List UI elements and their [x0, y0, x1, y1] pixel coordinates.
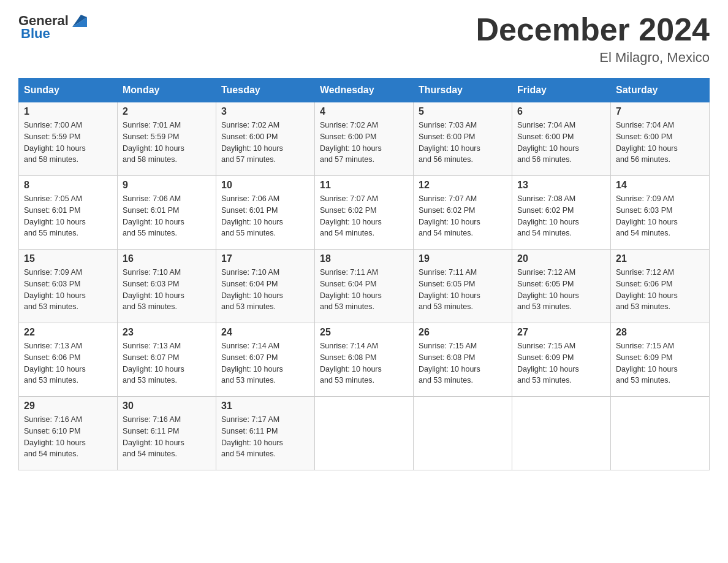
- calendar-week-row: 29 Sunrise: 7:16 AM Sunset: 6:10 PM Dayl…: [19, 397, 710, 470]
- day-number: 28: [616, 327, 704, 338]
- day-info: Sunrise: 7:00 AM Sunset: 5:59 PM Dayligh…: [24, 120, 112, 166]
- day-number: 17: [221, 253, 309, 264]
- day-number: 26: [419, 327, 507, 338]
- page-header: General Blue December 2024 El Milagro, M…: [18, 12, 710, 66]
- day-number: 15: [24, 253, 112, 264]
- day-number: 31: [221, 400, 309, 412]
- header-tuesday: Tuesday: [216, 79, 315, 102]
- calendar-cell: [611, 397, 710, 470]
- day-info: Sunrise: 7:11 AM Sunset: 6:04 PM Dayligh…: [320, 267, 408, 313]
- calendar-cell: 6 Sunrise: 7:04 AM Sunset: 6:00 PM Dayli…: [512, 102, 611, 176]
- calendar-cell: 22 Sunrise: 7:13 AM Sunset: 6:06 PM Dayl…: [19, 323, 118, 397]
- calendar-cell: 27 Sunrise: 7:15 AM Sunset: 6:09 PM Dayl…: [512, 323, 611, 397]
- day-number: 5: [419, 106, 507, 117]
- calendar-cell: 5 Sunrise: 7:03 AM Sunset: 6:00 PM Dayli…: [414, 102, 512, 176]
- day-number: 19: [419, 253, 507, 264]
- calendar-week-row: 1 Sunrise: 7:00 AM Sunset: 5:59 PM Dayli…: [19, 102, 710, 176]
- day-number: 30: [123, 400, 211, 412]
- day-number: 9: [123, 180, 211, 191]
- calendar-cell: 7 Sunrise: 7:04 AM Sunset: 6:00 PM Dayli…: [611, 102, 710, 176]
- day-info: Sunrise: 7:05 AM Sunset: 6:01 PM Dayligh…: [24, 193, 112, 239]
- calendar-cell: 16 Sunrise: 7:10 AM Sunset: 6:03 PM Dayl…: [118, 250, 216, 323]
- day-info: Sunrise: 7:15 AM Sunset: 6:08 PM Dayligh…: [419, 340, 507, 386]
- day-number: 13: [517, 180, 605, 191]
- day-info: Sunrise: 7:10 AM Sunset: 6:04 PM Dayligh…: [221, 267, 309, 313]
- day-info: Sunrise: 7:07 AM Sunset: 6:02 PM Dayligh…: [320, 193, 408, 239]
- calendar-cell: [512, 397, 611, 470]
- logo: General Blue: [18, 12, 87, 42]
- day-number: 21: [616, 253, 704, 264]
- calendar-week-row: 22 Sunrise: 7:13 AM Sunset: 6:06 PM Dayl…: [19, 323, 710, 397]
- calendar-subtitle: El Milagro, Mexico: [476, 50, 710, 66]
- calendar-cell: 13 Sunrise: 7:08 AM Sunset: 6:02 PM Dayl…: [512, 176, 611, 250]
- header-sunday: Sunday: [19, 79, 118, 102]
- day-info: Sunrise: 7:16 AM Sunset: 6:11 PM Dayligh…: [123, 414, 211, 460]
- header-saturday: Saturday: [611, 79, 710, 102]
- day-info: Sunrise: 7:09 AM Sunset: 6:03 PM Dayligh…: [616, 193, 704, 239]
- calendar-cell: 26 Sunrise: 7:15 AM Sunset: 6:08 PM Dayl…: [414, 323, 512, 397]
- calendar-cell: 20 Sunrise: 7:12 AM Sunset: 6:05 PM Dayl…: [512, 250, 611, 323]
- day-number: 23: [123, 327, 211, 338]
- day-info: Sunrise: 7:02 AM Sunset: 6:00 PM Dayligh…: [221, 120, 309, 166]
- calendar-week-row: 8 Sunrise: 7:05 AM Sunset: 6:01 PM Dayli…: [19, 176, 710, 250]
- day-info: Sunrise: 7:13 AM Sunset: 6:06 PM Dayligh…: [24, 340, 112, 386]
- calendar-cell: 12 Sunrise: 7:07 AM Sunset: 6:02 PM Dayl…: [414, 176, 512, 250]
- day-number: 16: [123, 253, 211, 264]
- day-number: 14: [616, 180, 704, 191]
- calendar-cell: 8 Sunrise: 7:05 AM Sunset: 6:01 PM Dayli…: [19, 176, 118, 250]
- calendar-cell: 11 Sunrise: 7:07 AM Sunset: 6:02 PM Dayl…: [315, 176, 414, 250]
- calendar-header-row: SundayMondayTuesdayWednesdayThursdayFrid…: [19, 79, 710, 102]
- day-number: 29: [24, 400, 112, 412]
- calendar-cell: 10 Sunrise: 7:06 AM Sunset: 6:01 PM Dayl…: [216, 176, 315, 250]
- calendar-cell: 21 Sunrise: 7:12 AM Sunset: 6:06 PM Dayl…: [611, 250, 710, 323]
- calendar-cell: 17 Sunrise: 7:10 AM Sunset: 6:04 PM Dayl…: [216, 250, 315, 323]
- day-number: 6: [517, 106, 605, 117]
- day-number: 22: [24, 327, 112, 338]
- day-info: Sunrise: 7:01 AM Sunset: 5:59 PM Dayligh…: [123, 120, 211, 166]
- day-info: Sunrise: 7:14 AM Sunset: 6:08 PM Dayligh…: [320, 340, 408, 386]
- day-number: 12: [419, 180, 507, 191]
- day-number: 11: [320, 180, 408, 191]
- day-info: Sunrise: 7:11 AM Sunset: 6:05 PM Dayligh…: [419, 267, 507, 313]
- day-info: Sunrise: 7:15 AM Sunset: 6:09 PM Dayligh…: [517, 340, 605, 386]
- day-info: Sunrise: 7:07 AM Sunset: 6:02 PM Dayligh…: [419, 193, 507, 239]
- day-info: Sunrise: 7:16 AM Sunset: 6:10 PM Dayligh…: [24, 414, 112, 460]
- calendar-cell: 3 Sunrise: 7:02 AM Sunset: 6:00 PM Dayli…: [216, 102, 315, 176]
- header-friday: Friday: [512, 79, 611, 102]
- day-info: Sunrise: 7:14 AM Sunset: 6:07 PM Dayligh…: [221, 340, 309, 386]
- calendar-cell: 4 Sunrise: 7:02 AM Sunset: 6:00 PM Dayli…: [315, 102, 414, 176]
- day-info: Sunrise: 7:13 AM Sunset: 6:07 PM Dayligh…: [123, 340, 211, 386]
- calendar-cell: 18 Sunrise: 7:11 AM Sunset: 6:04 PM Dayl…: [315, 250, 414, 323]
- calendar-cell: 1 Sunrise: 7:00 AM Sunset: 5:59 PM Dayli…: [19, 102, 118, 176]
- day-info: Sunrise: 7:12 AM Sunset: 6:06 PM Dayligh…: [616, 267, 704, 313]
- calendar-title: December 2024: [476, 12, 710, 47]
- calendar-cell: 15 Sunrise: 7:09 AM Sunset: 6:03 PM Dayl…: [19, 250, 118, 323]
- day-number: 8: [24, 180, 112, 191]
- day-info: Sunrise: 7:04 AM Sunset: 6:00 PM Dayligh…: [616, 120, 704, 166]
- title-section: December 2024 El Milagro, Mexico: [476, 12, 710, 66]
- header-monday: Monday: [118, 79, 216, 102]
- day-info: Sunrise: 7:12 AM Sunset: 6:05 PM Dayligh…: [517, 267, 605, 313]
- day-info: Sunrise: 7:06 AM Sunset: 6:01 PM Dayligh…: [221, 193, 309, 239]
- calendar-week-row: 15 Sunrise: 7:09 AM Sunset: 6:03 PM Dayl…: [19, 250, 710, 323]
- calendar-cell: 23 Sunrise: 7:13 AM Sunset: 6:07 PM Dayl…: [118, 323, 216, 397]
- calendar-cell: 14 Sunrise: 7:09 AM Sunset: 6:03 PM Dayl…: [611, 176, 710, 250]
- day-number: 25: [320, 327, 408, 338]
- day-info: Sunrise: 7:15 AM Sunset: 6:09 PM Dayligh…: [616, 340, 704, 386]
- day-info: Sunrise: 7:08 AM Sunset: 6:02 PM Dayligh…: [517, 193, 605, 239]
- calendar-cell: 29 Sunrise: 7:16 AM Sunset: 6:10 PM Dayl…: [19, 397, 118, 470]
- day-info: Sunrise: 7:03 AM Sunset: 6:00 PM Dayligh…: [419, 120, 507, 166]
- calendar-cell: 28 Sunrise: 7:15 AM Sunset: 6:09 PM Dayl…: [611, 323, 710, 397]
- calendar-cell: [315, 397, 414, 470]
- calendar-cell: 24 Sunrise: 7:14 AM Sunset: 6:07 PM Dayl…: [216, 323, 315, 397]
- day-number: 18: [320, 253, 408, 264]
- day-number: 10: [221, 180, 309, 191]
- calendar-cell: 25 Sunrise: 7:14 AM Sunset: 6:08 PM Dayl…: [315, 323, 414, 397]
- day-number: 27: [517, 327, 605, 338]
- calendar-cell: 2 Sunrise: 7:01 AM Sunset: 5:59 PM Dayli…: [118, 102, 216, 176]
- day-number: 4: [320, 106, 408, 117]
- header-wednesday: Wednesday: [315, 79, 414, 102]
- header-thursday: Thursday: [414, 79, 512, 102]
- day-info: Sunrise: 7:10 AM Sunset: 6:03 PM Dayligh…: [123, 267, 211, 313]
- calendar-cell: 9 Sunrise: 7:06 AM Sunset: 6:01 PM Dayli…: [118, 176, 216, 250]
